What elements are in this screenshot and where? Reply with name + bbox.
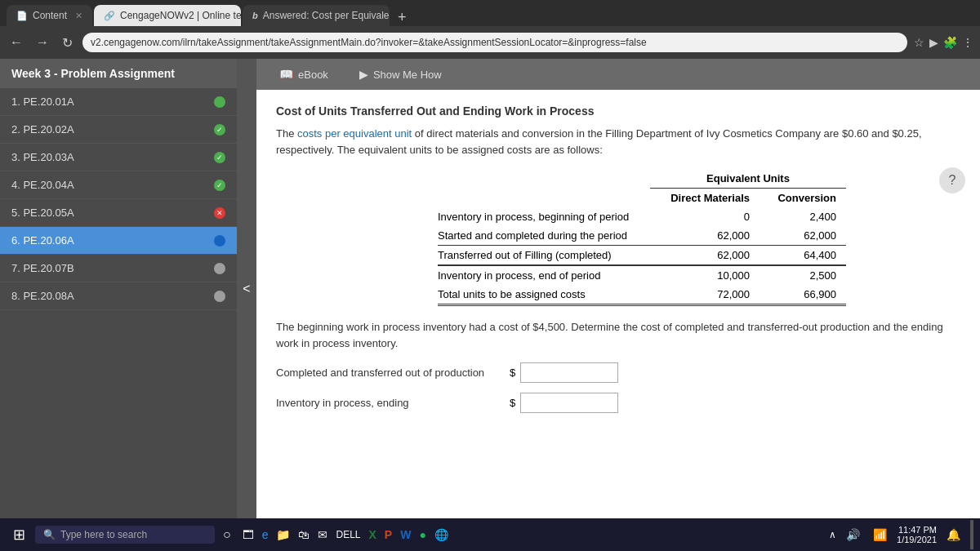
- profile-icon[interactable]: ▶: [929, 36, 938, 49]
- help-button[interactable]: ?: [939, 167, 965, 193]
- sidebar-title: Week 3 - Problem Assignment: [11, 67, 175, 80]
- intro-text: The costs per equivalent unit of direct …: [276, 126, 960, 158]
- status-icon-8: [214, 291, 225, 302]
- status-icon-5: ✕: [214, 207, 225, 219]
- bottom-text: The beginning work in process inventory …: [276, 319, 960, 351]
- taskbar-app-word[interactable]: W: [397, 527, 414, 543]
- sidebar-item-5[interactable]: 5. PE.20.05A ✕: [0, 199, 237, 227]
- dollar-sign-1: $: [510, 367, 515, 379]
- sidebar: Week 3 - Problem Assignment 1. PE.20.01A…: [0, 59, 237, 518]
- col-header-dm: Direct Materials: [650, 189, 760, 208]
- tab-icon-2: 🔗: [104, 11, 115, 21]
- address-input[interactable]: [82, 33, 907, 52]
- sidebar-header: Week 3 - Problem Assignment: [0, 59, 237, 88]
- col-header-conv: Conversion: [760, 189, 846, 208]
- completed-transfer-row: Completed and transferred out of product…: [276, 362, 960, 383]
- equiv-table: Equivalent Units Direct Materials Conver…: [438, 169, 846, 306]
- browser-icons: ☆ ▶ 🧩 ⋮: [914, 36, 973, 49]
- sidebar-item-1[interactable]: 1. PE.20.01A: [0, 88, 237, 116]
- tab-content[interactable]: 📄 Content ✕: [7, 5, 92, 26]
- new-tab-button[interactable]: +: [391, 9, 413, 26]
- taskbar-network-icon[interactable]: 🔊: [843, 527, 863, 543]
- row-dm-3: 10,000: [650, 265, 760, 285]
- content-nav: 📖 eBook ▶ Show Me How: [256, 59, 980, 90]
- row-conv-total: 66,900: [760, 285, 846, 305]
- taskbar-app-edge[interactable]: e: [259, 527, 272, 543]
- highlight-text: costs per equivalent unit: [297, 127, 412, 140]
- row-conv-1: 62,000: [760, 226, 846, 246]
- taskbar: ⊞ 🔍 Type here to search ○ 🗔 e 📁 🛍 ✉ DELL…: [0, 518, 980, 551]
- taskbar-app-powerpoint[interactable]: P: [381, 527, 395, 543]
- content-area: 📖 eBook ▶ Show Me How Cost of Units Tran…: [256, 59, 980, 518]
- completed-transfer-label: Completed and transferred out of product…: [276, 367, 505, 379]
- forward-button[interactable]: →: [33, 33, 52, 51]
- status-icon-4: ✓: [214, 180, 225, 191]
- taskbar-app-excel[interactable]: X: [366, 527, 380, 543]
- row-conv-0: 2,400: [760, 207, 846, 226]
- sidebar-item-2[interactable]: 2. PE.20.02A ✓: [0, 116, 237, 144]
- taskbar-app-mail[interactable]: ✉: [314, 527, 331, 543]
- taskbar-app-5[interactable]: DELL: [332, 527, 363, 543]
- table-row: Transferred out of Filling (completed) 6…: [438, 246, 846, 266]
- search-icon: 🔍: [43, 529, 56, 540]
- taskbar-volume-icon[interactable]: 📶: [870, 527, 890, 543]
- tab-bar: 📄 Content ✕ 🔗 CengageNOWv2 | Online teac…: [0, 0, 980, 26]
- time-display: 11:47 PM: [897, 525, 937, 535]
- table-row: Started and completed during the period …: [438, 226, 846, 246]
- table-row: Inventory in process, beginning of perio…: [438, 207, 846, 226]
- table-row-total: Total units to be assigned costs 72,000 …: [438, 285, 846, 305]
- row-dm-2: 62,000: [650, 246, 760, 266]
- tab-close-1[interactable]: ✕: [75, 11, 82, 21]
- tab-show-me-how[interactable]: ▶ Show Me How: [345, 61, 457, 87]
- row-conv-2: 64,400: [760, 246, 846, 266]
- ebook-icon: 📖: [279, 68, 293, 81]
- row-label-2: Transferred out of Filling (completed): [438, 246, 650, 266]
- row-dm-1: 62,000: [650, 226, 760, 246]
- app-container: Week 3 - Problem Assignment 1. PE.20.01A…: [0, 59, 980, 518]
- taskbar-app-spotify[interactable]: ●: [416, 527, 429, 543]
- chevron-up-icon[interactable]: ∧: [829, 529, 836, 540]
- taskbar-search-area[interactable]: 🔍 Type here to search: [35, 526, 215, 544]
- show-me-icon: ▶: [359, 68, 368, 81]
- status-icon-1: [214, 96, 225, 108]
- taskbar-app-1[interactable]: 🗔: [239, 527, 257, 543]
- show-desktop-button[interactable]: [970, 520, 973, 549]
- row-dm-total: 72,000: [650, 285, 760, 305]
- taskbar-app-store[interactable]: 🛍: [295, 527, 313, 543]
- main-content: Cost of Units Transferred Out and Ending…: [256, 90, 980, 518]
- row-conv-3: 2,500: [760, 265, 846, 285]
- tab-answered[interactable]: b Answered: Cost per Equivalent U ✕: [243, 5, 390, 26]
- taskbar-right: ∧ 🔊 📶 11:47 PM 1/19/2021 🔔: [829, 520, 973, 549]
- status-icon-6: [214, 235, 225, 247]
- tab-cengagenow[interactable]: 🔗 CengageNOWv2 | Online teachin ✕: [94, 5, 241, 26]
- search-placeholder: Type here to search: [60, 529, 147, 540]
- notification-icon[interactable]: 🔔: [943, 527, 964, 543]
- taskbar-app-chrome[interactable]: 🌐: [431, 527, 452, 543]
- row-label-3: Inventory in process, end of period: [438, 265, 650, 285]
- completed-transfer-input[interactable]: [520, 362, 618, 383]
- back-button[interactable]: ←: [7, 33, 26, 51]
- table-row: Inventory in process, end of period 10,0…: [438, 265, 846, 285]
- dollar-sign-2: $: [510, 397, 515, 409]
- taskbar-app-explorer[interactable]: 📁: [273, 527, 293, 543]
- equiv-table-wrapper: Equivalent Units Direct Materials Conver…: [276, 169, 960, 306]
- bookmark-icon[interactable]: ☆: [914, 36, 924, 49]
- taskbar-clock[interactable]: 11:47 PM 1/19/2021: [897, 525, 937, 544]
- settings-icon[interactable]: ⋮: [962, 36, 973, 49]
- sidebar-item-8[interactable]: 8. PE.20.08A: [0, 282, 237, 310]
- status-icon-7: [214, 263, 225, 274]
- inventory-ending-input[interactable]: [520, 393, 618, 413]
- inventory-ending-label: Inventory in process, ending: [276, 397, 505, 409]
- sidebar-item-6[interactable]: 6. PE.20.06A: [0, 227, 237, 255]
- start-button[interactable]: ⊞: [7, 522, 32, 547]
- row-label-total: Total units to be assigned costs: [438, 285, 650, 305]
- sidebar-collapse-button[interactable]: <: [237, 59, 256, 518]
- sidebar-item-7[interactable]: 7. PE.20.07B: [0, 255, 237, 282]
- refresh-button[interactable]: ↻: [59, 33, 76, 52]
- tab-ebook[interactable]: 📖 eBook: [265, 61, 343, 87]
- sidebar-item-3[interactable]: 3. PE.20.03A ✓: [0, 144, 237, 171]
- status-icon-2: ✓: [214, 124, 225, 136]
- extensions-icon[interactable]: 🧩: [943, 36, 957, 49]
- sidebar-item-4[interactable]: 4. PE.20.04A ✓: [0, 171, 237, 199]
- cortana-button[interactable]: ○: [218, 524, 236, 545]
